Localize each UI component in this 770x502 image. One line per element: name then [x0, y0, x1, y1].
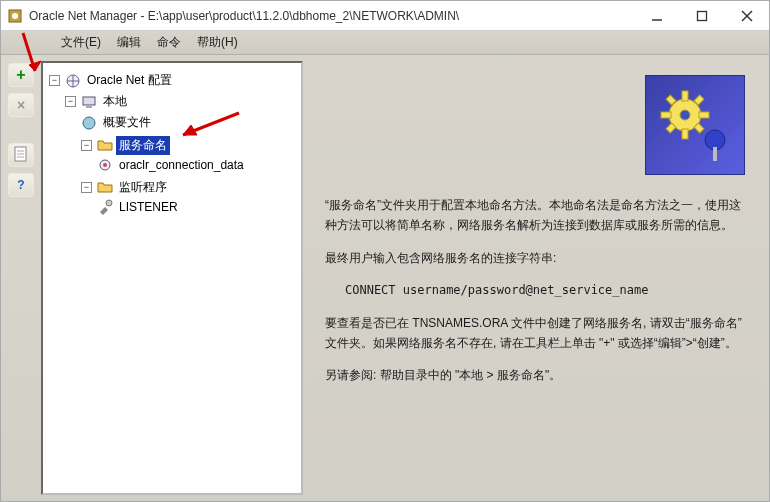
svg-rect-20 [661, 112, 671, 118]
folder-open-icon [97, 179, 113, 195]
vertical-toolbar: + × ? [1, 55, 41, 501]
body: + × ? − [1, 55, 769, 501]
tree-root[interactable]: − Oracle Net 配置 [49, 71, 175, 90]
desc-p4: 另请参阅: 帮助目录中的 "本地 > 服务命名"。 [325, 365, 745, 385]
tree-listener[interactable]: LISTENER [97, 199, 181, 215]
question-icon: ? [17, 178, 24, 192]
svg-point-26 [680, 110, 690, 120]
cross-icon: × [17, 97, 25, 113]
minimize-button[interactable] [634, 1, 679, 30]
doc-icon [14, 146, 28, 165]
tree-service-naming[interactable]: − 服务命名 [81, 136, 170, 155]
content-panel: “服务命名”文件夹用于配置本地命名方法。本地命名法是命名方法之一，使用这种方法可… [307, 61, 763, 495]
window-title: Oracle Net Manager - E:\app\user\product… [29, 9, 634, 23]
add-button[interactable]: + [8, 63, 34, 87]
svg-rect-21 [699, 112, 709, 118]
svg-rect-19 [682, 129, 688, 139]
app-icon [7, 8, 23, 24]
tree-conn-data[interactable]: oraclr_connection_data [97, 157, 247, 173]
menu-edit[interactable]: 编辑 [111, 32, 147, 53]
desc-p3: 要查看是否已在 TNSNAMES.ORA 文件中创建了网络服务名, 请双击“服务… [325, 313, 745, 354]
titlebar: Oracle Net Manager - E:\app\user\product… [1, 1, 769, 31]
svg-point-1 [12, 13, 18, 19]
desc-p1: “服务命名”文件夹用于配置本地命名方法。本地命名法是命名方法之一，使用这种方法可… [325, 195, 745, 236]
menu-help[interactable]: 帮助(H) [191, 32, 244, 53]
tree-profile[interactable]: 概要文件 [81, 113, 154, 132]
app-window: Oracle Net Manager - E:\app\user\product… [0, 0, 770, 502]
globe-icon [81, 115, 97, 131]
tree-local[interactable]: − 本地 [65, 92, 130, 111]
menu-command[interactable]: 命令 [151, 32, 187, 53]
tree-panel[interactable]: − Oracle Net 配置 − [41, 61, 303, 495]
svg-rect-18 [682, 91, 688, 101]
close-button[interactable] [724, 1, 769, 30]
svg-rect-28 [713, 147, 717, 161]
doc-button[interactable] [8, 143, 34, 167]
collapse-icon[interactable]: − [49, 75, 60, 86]
collapse-icon[interactable]: − [65, 96, 76, 107]
delete-button[interactable]: × [8, 93, 34, 117]
gear-illustration [645, 75, 745, 175]
computer-icon [81, 94, 97, 110]
help-button[interactable]: ? [8, 173, 34, 197]
svg-rect-11 [83, 97, 95, 105]
plus-icon: + [16, 66, 25, 84]
tree-listener-folder[interactable]: − 监听程序 [81, 178, 170, 197]
window-controls [634, 1, 769, 30]
svg-point-15 [103, 163, 107, 167]
menubar: 文件(E) 编辑 命令 帮助(H) [1, 31, 769, 55]
svg-rect-3 [697, 11, 706, 20]
svg-point-16 [106, 200, 112, 206]
service-icon [97, 157, 113, 173]
desc-p2: 最终用户输入包含网络服务名的连接字符串: [325, 248, 745, 268]
globe-network-icon [65, 73, 81, 89]
collapse-icon[interactable]: − [81, 182, 92, 193]
svg-rect-12 [86, 106, 92, 108]
folder-open-icon [97, 137, 113, 153]
description: “服务命名”文件夹用于配置本地命名方法。本地命名法是命名方法之一，使用这种方法可… [325, 195, 745, 386]
svg-point-13 [83, 117, 95, 129]
maximize-button[interactable] [679, 1, 724, 30]
wrench-icon [97, 199, 113, 215]
connect-example: CONNECT username/password@net_service_na… [325, 280, 745, 300]
collapse-icon[interactable]: − [81, 140, 92, 151]
menu-file[interactable]: 文件(E) [55, 32, 107, 53]
nav-tree: − Oracle Net 配置 − [47, 71, 297, 218]
